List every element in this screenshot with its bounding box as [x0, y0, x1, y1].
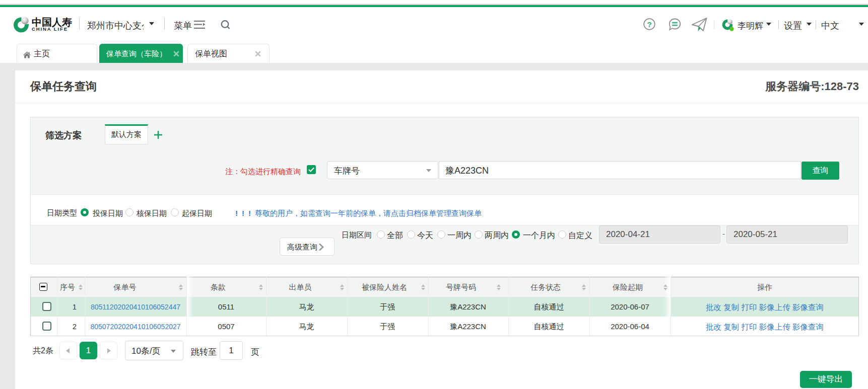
svg-text:?: ?: [647, 20, 651, 29]
